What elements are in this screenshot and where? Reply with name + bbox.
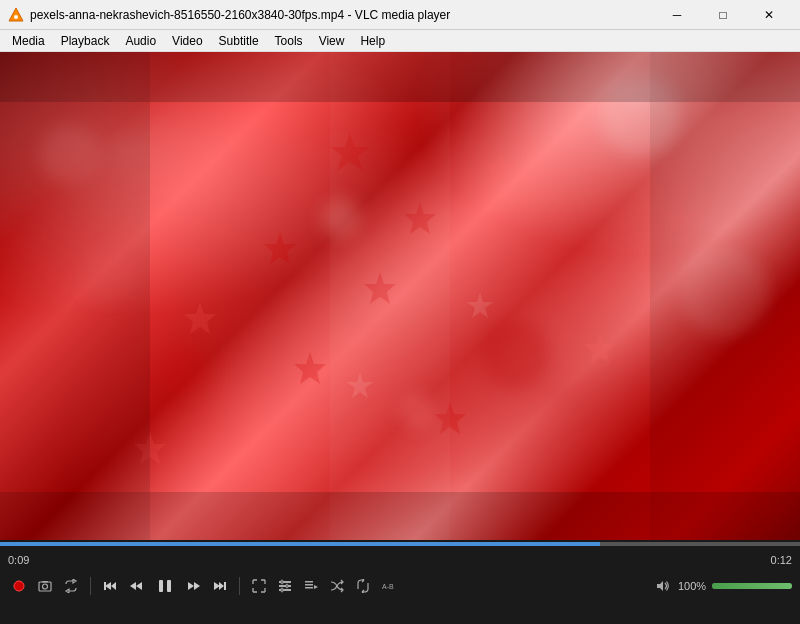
loop2-button[interactable] [352,575,374,597]
svg-marker-49 [657,581,663,591]
svg-rect-44 [305,587,313,589]
svg-rect-40 [286,584,288,588]
menu-media[interactable]: Media [4,30,53,52]
svg-rect-37 [279,585,291,587]
playlist-button[interactable] [300,575,322,597]
rewind-button[interactable] [125,575,147,597]
svg-rect-23 [42,581,48,583]
svg-rect-19 [0,492,800,540]
video-area[interactable] [0,52,800,540]
snapshot-button[interactable] [34,575,56,597]
bokeh-layer [0,52,800,540]
svg-marker-45 [314,585,318,589]
svg-rect-42 [305,581,313,583]
volume-slider-fill [712,583,792,589]
fullscreen-button[interactable] [248,575,270,597]
volume-label: 100% [678,580,708,592]
svg-marker-25 [111,582,116,590]
play-pause-button[interactable] [151,572,179,600]
app-icon [8,7,24,23]
volume-icon[interactable] [652,575,674,597]
controls-area: 0:09 0:12 [0,548,800,624]
svg-rect-43 [305,584,313,586]
svg-rect-30 [167,580,171,592]
svg-marker-9 [184,302,216,334]
svg-rect-17 [650,52,800,540]
menu-audio[interactable]: Audio [117,30,164,52]
svg-rect-29 [159,580,163,592]
svg-point-20 [14,581,24,591]
menu-video[interactable]: Video [164,30,210,52]
svg-marker-0 [9,8,23,21]
progress-bar-background [0,542,800,546]
menu-playback[interactable]: Playback [53,30,118,52]
svg-marker-14 [467,292,493,318]
time-total: 0:12 [771,554,792,566]
time-row: 0:09 0:12 [8,552,792,568]
svg-marker-8 [484,152,516,184]
svg-point-22 [43,584,48,589]
svg-marker-32 [194,582,200,590]
window-title: pexels-anna-nekrashevich-8516550-2160x38… [30,8,654,22]
next-button[interactable] [209,575,231,597]
menu-tools[interactable]: Tools [267,30,311,52]
svg-rect-15 [330,52,450,540]
menu-help[interactable]: Help [352,30,393,52]
minimize-button[interactable]: ─ [654,0,700,30]
menu-bar: Media Playback Audio Video Subtitle Tool… [0,30,800,52]
record-button[interactable] [8,575,30,597]
svg-marker-27 [136,582,142,590]
svg-rect-41 [281,588,283,592]
progress-bar-fill [0,542,600,546]
separator-2 [239,577,240,595]
svg-marker-28 [130,582,136,590]
svg-marker-31 [188,582,194,590]
svg-rect-35 [224,582,226,590]
separator-1 [90,577,91,595]
menu-subtitle[interactable]: Subtitle [211,30,267,52]
svg-marker-10 [584,332,616,364]
title-bar: pexels-anna-nekrashevich-8516550-2160x38… [0,0,800,30]
svg-rect-18 [0,52,800,102]
window-controls: ─ □ ✕ [654,0,792,30]
prev-button[interactable] [99,575,121,597]
svg-marker-5 [294,352,326,384]
ab-loop-button[interactable]: A-B [378,575,400,597]
close-button[interactable]: ✕ [746,0,792,30]
volume-area: 100% [652,575,792,597]
timeline-area[interactable] [0,540,800,548]
extended-settings-button[interactable] [274,575,296,597]
svg-rect-26 [104,582,106,590]
time-current: 0:09 [8,554,29,566]
random-button[interactable] [326,575,348,597]
svg-point-1 [14,15,18,19]
volume-slider[interactable] [712,583,792,589]
svg-rect-39 [281,580,283,584]
fast-forward-button[interactable] [183,575,205,597]
menu-view[interactable]: View [311,30,353,52]
maximize-button[interactable]: □ [700,0,746,30]
svg-marker-7 [264,232,296,264]
svg-rect-21 [39,582,51,591]
loop-button[interactable] [60,575,82,597]
svg-text:A-B: A-B [382,583,394,590]
svg-marker-34 [219,582,224,590]
svg-rect-16 [0,52,150,540]
transport-row: A-B 100% [8,568,792,604]
video-frame [0,52,800,540]
